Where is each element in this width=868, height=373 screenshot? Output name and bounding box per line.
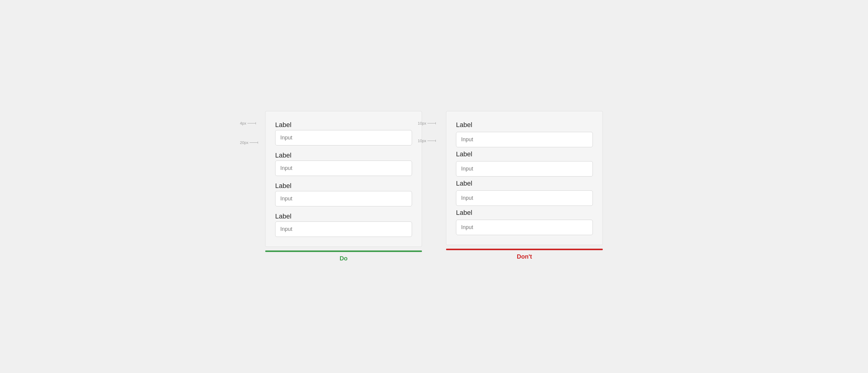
dont-input-4[interactable] <box>456 220 593 235</box>
annotation-10px-top-label: 10px <box>418 121 426 125</box>
dont-field-1: Label <box>456 121 593 147</box>
annotation-10px-bottom-label: 10px <box>418 139 426 143</box>
annotation-20px: 20px <box>240 140 258 145</box>
do-panel: 4px 20px Label Label <box>265 111 422 247</box>
dont-label-4: Label <box>456 209 593 217</box>
dont-label-1: Label <box>456 121 593 129</box>
do-panel-wrapper: 4px 20px Label Label <box>265 111 422 262</box>
do-field-4: Label <box>275 212 412 237</box>
do-bar <box>265 251 422 252</box>
annotation-4px-label: 4px <box>240 121 246 125</box>
dont-field-3: Label <box>456 179 593 206</box>
dont-input-3[interactable] <box>456 191 593 206</box>
annotation-10px-bottom: 10px <box>418 139 436 143</box>
dont-label-2: Label <box>456 150 593 158</box>
page-wrapper: 4px 20px Label Label <box>12 111 856 262</box>
annotation-4px: 4px <box>240 121 256 125</box>
annotation-10px-top: 10px <box>418 121 436 125</box>
dont-field-4: Label <box>456 209 593 235</box>
dont-panel: 10px 10px Label Label <box>446 111 603 245</box>
dont-field-2: Label <box>456 150 593 176</box>
do-label-4: Label <box>275 212 412 220</box>
do-field-1: Label <box>275 121 412 145</box>
do-field-3: Label <box>275 182 412 206</box>
dont-input-2[interactable] <box>456 161 593 176</box>
do-input-3[interactable] <box>275 191 412 206</box>
dont-input-1[interactable] <box>456 132 593 147</box>
do-caption: Do <box>340 255 348 262</box>
dont-bar <box>446 249 603 250</box>
do-field-2: Label <box>275 151 412 176</box>
annotation-20px-label: 20px <box>240 140 248 145</box>
dont-label-3: Label <box>456 179 593 188</box>
do-input-4[interactable] <box>275 222 412 237</box>
dont-caption: Don't <box>517 253 532 260</box>
dont-panel-wrapper: 10px 10px Label Label <box>446 111 603 260</box>
do-label-3: Label <box>275 182 412 190</box>
do-label-1: Label <box>275 121 412 129</box>
do-input-1[interactable] <box>275 130 412 145</box>
do-input-2[interactable] <box>275 161 412 176</box>
do-label-2: Label <box>275 151 412 159</box>
